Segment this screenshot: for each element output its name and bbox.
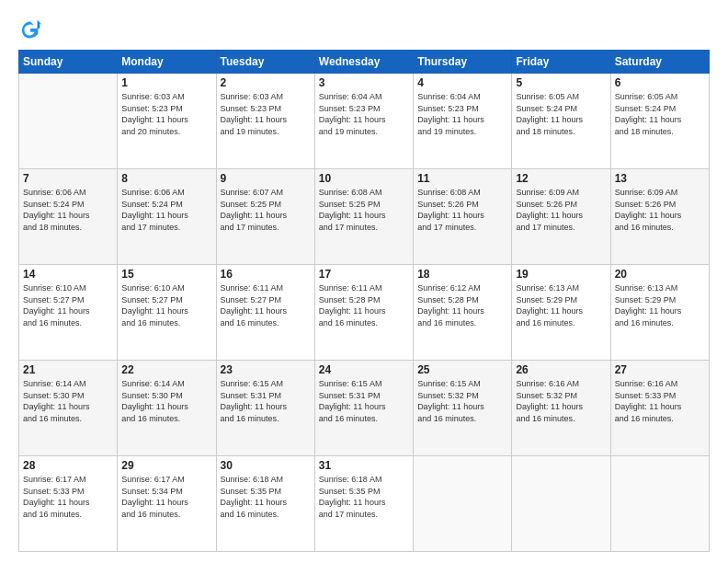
calendar-cell: 10Sunrise: 6:08 AM Sunset: 5:25 PM Dayli… bbox=[314, 169, 413, 265]
day-number: 26 bbox=[516, 363, 606, 376]
day-number: 14 bbox=[23, 268, 113, 281]
calendar-cell: 25Sunrise: 6:15 AM Sunset: 5:32 PM Dayli… bbox=[414, 361, 512, 456]
calendar-cell: 26Sunrise: 6:16 AM Sunset: 5:32 PM Dayli… bbox=[512, 361, 610, 456]
day-info: Sunrise: 6:09 AM Sunset: 5:26 PM Dayligh… bbox=[516, 187, 606, 233]
day-number: 2 bbox=[221, 76, 311, 89]
day-number: 24 bbox=[319, 363, 409, 376]
day-number: 5 bbox=[516, 76, 606, 89]
day-number: 31 bbox=[319, 459, 409, 472]
day-number: 21 bbox=[23, 363, 113, 376]
calendar-cell: 27Sunrise: 6:16 AM Sunset: 5:33 PM Dayli… bbox=[610, 361, 709, 456]
day-header-thursday: Thursday bbox=[414, 51, 512, 74]
header bbox=[18, 17, 710, 42]
day-number: 30 bbox=[221, 459, 311, 472]
day-info: Sunrise: 6:15 AM Sunset: 5:31 PM Dayligh… bbox=[319, 378, 409, 424]
day-info: Sunrise: 6:08 AM Sunset: 5:25 PM Dayligh… bbox=[319, 187, 409, 233]
day-number: 20 bbox=[615, 268, 705, 281]
calendar-cell: 6Sunrise: 6:05 AM Sunset: 5:24 PM Daylig… bbox=[610, 74, 709, 169]
day-info: Sunrise: 6:16 AM Sunset: 5:33 PM Dayligh… bbox=[615, 378, 705, 424]
calendar-cell: 28Sunrise: 6:17 AM Sunset: 5:33 PM Dayli… bbox=[19, 456, 118, 552]
calendar-cell: 2Sunrise: 6:03 AM Sunset: 5:23 PM Daylig… bbox=[216, 74, 314, 169]
day-number: 13 bbox=[615, 172, 705, 185]
day-info: Sunrise: 6:10 AM Sunset: 5:27 PM Dayligh… bbox=[23, 282, 113, 328]
calendar-cell: 4Sunrise: 6:04 AM Sunset: 5:23 PM Daylig… bbox=[414, 74, 512, 169]
calendar-cell: 30Sunrise: 6:18 AM Sunset: 5:35 PM Dayli… bbox=[216, 456, 314, 552]
calendar-cell: 18Sunrise: 6:12 AM Sunset: 5:28 PM Dayli… bbox=[414, 265, 512, 361]
calendar-cell: 16Sunrise: 6:11 AM Sunset: 5:27 PM Dayli… bbox=[216, 265, 314, 361]
day-info: Sunrise: 6:03 AM Sunset: 5:23 PM Dayligh… bbox=[221, 91, 311, 137]
calendar-cell: 19Sunrise: 6:13 AM Sunset: 5:29 PM Dayli… bbox=[512, 265, 610, 361]
calendar-cell: 11Sunrise: 6:08 AM Sunset: 5:26 PM Dayli… bbox=[414, 169, 512, 265]
page: SundayMondayTuesdayWednesdayThursdayFrid… bbox=[0, 0, 728, 563]
day-info: Sunrise: 6:04 AM Sunset: 5:23 PM Dayligh… bbox=[417, 91, 507, 137]
day-header-tuesday: Tuesday bbox=[216, 51, 314, 74]
calendar-cell: 3Sunrise: 6:04 AM Sunset: 5:23 PM Daylig… bbox=[314, 74, 413, 169]
day-info: Sunrise: 6:17 AM Sunset: 5:34 PM Dayligh… bbox=[121, 474, 211, 520]
calendar-cell: 13Sunrise: 6:09 AM Sunset: 5:26 PM Dayli… bbox=[610, 169, 709, 265]
day-info: Sunrise: 6:11 AM Sunset: 5:28 PM Dayligh… bbox=[319, 282, 409, 328]
calendar-cell: 29Sunrise: 6:17 AM Sunset: 5:34 PM Dayli… bbox=[118, 456, 216, 552]
calendar-week-5: 28Sunrise: 6:17 AM Sunset: 5:33 PM Dayli… bbox=[19, 456, 710, 552]
day-number: 3 bbox=[319, 76, 409, 89]
day-header-monday: Monday bbox=[118, 51, 216, 74]
day-header-friday: Friday bbox=[512, 51, 610, 74]
day-header-saturday: Saturday bbox=[610, 51, 709, 74]
day-number: 19 bbox=[516, 268, 606, 281]
day-info: Sunrise: 6:07 AM Sunset: 5:25 PM Dayligh… bbox=[221, 187, 311, 233]
day-number: 17 bbox=[319, 268, 409, 281]
day-number: 9 bbox=[221, 172, 311, 185]
calendar-cell: 14Sunrise: 6:10 AM Sunset: 5:27 PM Dayli… bbox=[19, 265, 118, 361]
calendar-header-row: SundayMondayTuesdayWednesdayThursdayFrid… bbox=[19, 51, 710, 74]
day-number: 28 bbox=[23, 459, 113, 472]
day-info: Sunrise: 6:09 AM Sunset: 5:26 PM Dayligh… bbox=[615, 187, 705, 233]
day-info: Sunrise: 6:12 AM Sunset: 5:28 PM Dayligh… bbox=[417, 282, 507, 328]
calendar-cell: 7Sunrise: 6:06 AM Sunset: 5:24 PM Daylig… bbox=[19, 169, 118, 265]
day-info: Sunrise: 6:11 AM Sunset: 5:27 PM Dayligh… bbox=[221, 282, 311, 328]
calendar-cell: 22Sunrise: 6:14 AM Sunset: 5:30 PM Dayli… bbox=[118, 361, 216, 456]
day-info: Sunrise: 6:14 AM Sunset: 5:30 PM Dayligh… bbox=[23, 378, 113, 424]
day-info: Sunrise: 6:04 AM Sunset: 5:23 PM Dayligh… bbox=[319, 91, 409, 137]
day-number: 15 bbox=[121, 268, 211, 281]
day-info: Sunrise: 6:06 AM Sunset: 5:24 PM Dayligh… bbox=[23, 187, 113, 233]
day-info: Sunrise: 6:15 AM Sunset: 5:32 PM Dayligh… bbox=[417, 378, 507, 424]
day-info: Sunrise: 6:08 AM Sunset: 5:26 PM Dayligh… bbox=[417, 187, 507, 233]
day-info: Sunrise: 6:03 AM Sunset: 5:23 PM Dayligh… bbox=[121, 91, 211, 137]
day-number: 29 bbox=[121, 459, 211, 472]
day-number: 25 bbox=[417, 363, 507, 376]
calendar-cell: 21Sunrise: 6:14 AM Sunset: 5:30 PM Dayli… bbox=[19, 361, 118, 456]
day-number: 1 bbox=[121, 76, 211, 89]
day-info: Sunrise: 6:14 AM Sunset: 5:30 PM Dayligh… bbox=[121, 378, 211, 424]
calendar-cell: 31Sunrise: 6:18 AM Sunset: 5:35 PM Dayli… bbox=[314, 456, 413, 552]
day-info: Sunrise: 6:16 AM Sunset: 5:32 PM Dayligh… bbox=[516, 378, 606, 424]
day-number: 4 bbox=[417, 76, 507, 89]
day-number: 10 bbox=[319, 172, 409, 185]
calendar-cell: 17Sunrise: 6:11 AM Sunset: 5:28 PM Dayli… bbox=[314, 265, 413, 361]
day-number: 11 bbox=[417, 172, 507, 185]
day-info: Sunrise: 6:17 AM Sunset: 5:33 PM Dayligh… bbox=[23, 474, 113, 520]
calendar-week-3: 14Sunrise: 6:10 AM Sunset: 5:27 PM Dayli… bbox=[19, 265, 710, 361]
day-header-sunday: Sunday bbox=[19, 51, 118, 74]
calendar-cell: 15Sunrise: 6:10 AM Sunset: 5:27 PM Dayli… bbox=[118, 265, 216, 361]
day-info: Sunrise: 6:18 AM Sunset: 5:35 PM Dayligh… bbox=[319, 474, 409, 520]
day-info: Sunrise: 6:15 AM Sunset: 5:31 PM Dayligh… bbox=[221, 378, 311, 424]
calendar-cell: 5Sunrise: 6:05 AM Sunset: 5:24 PM Daylig… bbox=[512, 74, 610, 169]
day-header-wednesday: Wednesday bbox=[314, 51, 413, 74]
calendar-cell bbox=[610, 456, 709, 552]
calendar-week-1: 1Sunrise: 6:03 AM Sunset: 5:23 PM Daylig… bbox=[19, 74, 710, 169]
day-info: Sunrise: 6:10 AM Sunset: 5:27 PM Dayligh… bbox=[121, 282, 211, 328]
calendar-cell bbox=[414, 456, 512, 552]
day-info: Sunrise: 6:05 AM Sunset: 5:24 PM Dayligh… bbox=[615, 91, 705, 137]
day-number: 12 bbox=[516, 172, 606, 185]
calendar-cell: 8Sunrise: 6:06 AM Sunset: 5:24 PM Daylig… bbox=[118, 169, 216, 265]
calendar: SundayMondayTuesdayWednesdayThursdayFrid… bbox=[18, 50, 710, 552]
calendar-week-4: 21Sunrise: 6:14 AM Sunset: 5:30 PM Dayli… bbox=[19, 361, 710, 456]
day-number: 8 bbox=[121, 172, 211, 185]
day-info: Sunrise: 6:13 AM Sunset: 5:29 PM Dayligh… bbox=[615, 282, 705, 328]
calendar-cell bbox=[512, 456, 610, 552]
calendar-cell: 1Sunrise: 6:03 AM Sunset: 5:23 PM Daylig… bbox=[118, 74, 216, 169]
day-number: 22 bbox=[121, 363, 211, 376]
calendar-cell: 24Sunrise: 6:15 AM Sunset: 5:31 PM Dayli… bbox=[314, 361, 413, 456]
day-info: Sunrise: 6:13 AM Sunset: 5:29 PM Dayligh… bbox=[516, 282, 606, 328]
day-number: 27 bbox=[615, 363, 705, 376]
day-number: 6 bbox=[615, 76, 705, 89]
